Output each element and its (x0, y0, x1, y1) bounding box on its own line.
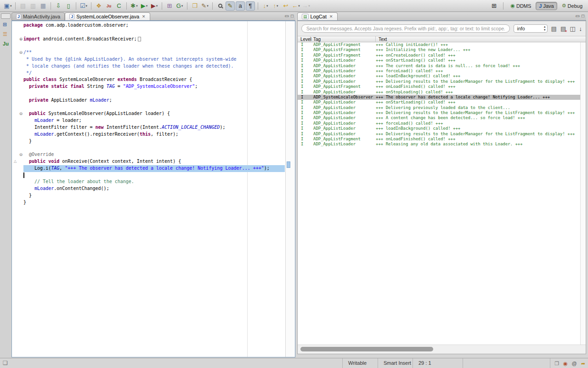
close-tab-icon[interactable]: ✕ (142, 14, 146, 19)
code-line[interactable]: } (12, 192, 295, 199)
code-line[interactable]: mLoader.onContentChanged(); (12, 185, 295, 192)
log-row[interactable]: IADP_AppListFragment+++ Calling initLoad… (298, 42, 580, 47)
back-icon[interactable]: ←▾ (291, 1, 300, 11)
external-tools-dropdown-icon[interactable]: ▾ (156, 4, 158, 8)
code-line[interactable]: private static final String TAG = "ADP_S… (12, 83, 295, 90)
android-sdk-manager-icon[interactable]: ⇩ (54, 1, 63, 11)
maximize-panel-icon[interactable]: □ (291, 13, 294, 18)
fold-toggle-icon[interactable]: ⊖ (18, 151, 23, 158)
code-line[interactable]: ⊖ @Override (12, 151, 295, 158)
forward-dropdown-icon[interactable]: ▾ (308, 4, 310, 8)
fold-toggle-icon[interactable]: ⊕ (18, 36, 23, 43)
fast-view-bar[interactable] (1, 13, 11, 19)
previous-annotation-dropdown-icon[interactable]: ▾ (277, 4, 278, 8)
collapsed-region-icon[interactable] (138, 37, 141, 41)
previous-annotation-icon[interactable]: ↑▾ (271, 1, 280, 11)
new-wizard-dropdown-icon[interactable]: ▾ (10, 4, 12, 8)
code-line[interactable]: ⊖ public SystemLocaleObserver(AppListLoa… (12, 110, 295, 117)
save-log-icon[interactable]: ▤ (551, 25, 557, 32)
logcat-search-input[interactable] (301, 24, 510, 33)
code-line[interactable] (12, 42, 295, 49)
code-line[interactable]: private AppListLoader mLoader; (12, 97, 295, 104)
next-annotation-dropdown-icon[interactable]: ▾ (266, 4, 268, 8)
log-row[interactable]: IADP_AppListLoader+++ onStartLoading() c… (298, 100, 580, 105)
task-user-icon[interactable]: ◉ (563, 361, 568, 367)
code-line[interactable]: * locale changes (and notifies the loade… (12, 63, 295, 70)
log-row[interactable]: IADP_AppListLoader+++ The current data i… (298, 63, 580, 69)
minimize-panel-icon[interactable]: ▭ (285, 13, 289, 18)
junit-icon[interactable]: Ju (104, 1, 113, 11)
mark-occurrences-icon[interactable]: ✎ (226, 1, 235, 11)
perspective-debug[interactable]: ⚙Debug (559, 2, 585, 10)
log-row[interactable]: IADP_AppListLoader+++ onStartLoading() c… (298, 58, 580, 63)
code-line[interactable]: mLoader = loader; (12, 117, 295, 124)
debug-icon[interactable]: ✱▾ (130, 1, 139, 11)
code-editor[interactable]: package com.adp.loadercustom.observer;⊕i… (11, 21, 295, 357)
android-xml-grid-icon[interactable]: ⊞ (165, 1, 174, 11)
fast-view-icon[interactable]: ❐ (554, 361, 559, 367)
code-line[interactable] (12, 104, 295, 111)
scrollbar-thumb[interactable] (300, 347, 433, 351)
code-line[interactable]: public class SystemLocaleObserver extend… (12, 76, 295, 83)
fold-toggle-icon[interactable]: ⊖ (18, 110, 23, 117)
code-line[interactable]: ⊕import android.content.BroadcastReceive… (12, 36, 295, 43)
junit-view-icon[interactable]: Ju (3, 41, 9, 46)
minimize-panel-icon[interactable]: ▭ (576, 13, 580, 18)
back-dropdown-icon[interactable]: ▾ (298, 4, 300, 8)
code-line[interactable]: } (12, 138, 295, 145)
next-annotation-icon[interactable]: ↓▾ (261, 1, 270, 11)
run-dropdown-icon[interactable]: ▾ (146, 4, 148, 8)
log-row[interactable]: IADP_AppListLoader+++ Delivering results… (298, 132, 580, 137)
log-row[interactable]: IADP_AppListFragment+++ Initializing the… (298, 47, 580, 52)
log-level-filter[interactable]: info ▲▼ (514, 24, 548, 33)
code-line[interactable]: ⊖/** (12, 49, 295, 56)
column-tag[interactable]: Tag (311, 36, 376, 42)
opengl-trace-dropdown-icon[interactable]: ▾ (181, 4, 183, 8)
fold-toggle-icon[interactable]: ⊖ (18, 49, 23, 56)
log-row[interactable]: IADP_AppListLoader+++ onStopLoading() ca… (298, 90, 580, 95)
last-edit-location-icon[interactable]: ↩ (281, 1, 290, 11)
new-java-project-icon[interactable]: ❖ (94, 1, 103, 11)
log-row[interactable]: IADP_AppListLoader+++ A content change h… (298, 115, 580, 121)
code-line[interactable] (12, 144, 295, 151)
tab-mainactivity[interactable]: J MainActivity.java (11, 12, 65, 20)
perspective-java[interactable]: JJava (536, 2, 557, 10)
code-line[interactable]: } (12, 199, 295, 206)
scroll-to-latest-icon[interactable]: ↓ (579, 25, 582, 32)
package-explorer-icon[interactable]: ⊞ (3, 22, 9, 28)
code-line[interactable]: * Used by the {@link AppListLoader}. An … (12, 56, 295, 63)
external-tools-icon[interactable]: ▶▾ (150, 1, 159, 11)
close-tab-icon[interactable]: ✕ (329, 14, 333, 19)
code-line[interactable]: */ (12, 70, 295, 77)
code-line[interactable]: package com.adp.loadercustom.observer; (12, 22, 295, 29)
show-source-of-selected-element-icon[interactable]: a (236, 1, 245, 11)
tab-systemlocaleobserver[interactable]: J SystemLocaleObserver.java ✕ (65, 12, 150, 20)
log-row[interactable]: IADP_AppListLoader+++ Delivering results… (298, 79, 580, 84)
log-row[interactable]: IADP_SystemLocaleObserver+++ The observe… (298, 95, 580, 100)
log-row[interactable]: IADP_AppListFragment+++ onLoadFinished()… (298, 84, 580, 89)
column-text[interactable]: Text (376, 36, 586, 42)
maximize-panel-icon[interactable]: □ (582, 13, 584, 18)
log-row[interactable]: IADP_AppListLoader+++ loadInBackground()… (298, 74, 580, 79)
log-row[interactable]: IADP_AppListLoader+++ Delivering results… (298, 110, 580, 115)
show-whitespace-icon[interactable]: ¶ (246, 1, 255, 11)
clear-log-icon[interactable]: ▤✕ (560, 25, 566, 32)
code-line[interactable]: mLoader.getContext().registerReceiver(th… (12, 131, 295, 138)
run-lint-dropdown-icon[interactable]: ▾ (86, 4, 88, 8)
new-wizard-icon[interactable]: ▣▾ (3, 1, 12, 11)
log-row[interactable]: IADP_AppListLoader+++ Delivering previou… (298, 105, 580, 110)
log-row[interactable]: IADP_AppListLoader+++ forceLoad() called… (298, 121, 580, 126)
log-row[interactable]: IADP_AppListFragment+++ onCreateLoader()… (298, 53, 580, 58)
open-perspective-icon[interactable]: ⊞ (489, 1, 498, 11)
tab-logcat[interactable]: ▤ LogCat ✕ (297, 12, 338, 20)
log-row[interactable]: IADP_AppListLoader+++ loadInBackground()… (298, 126, 580, 131)
code-line[interactable] (12, 172, 295, 179)
code-line[interactable] (12, 90, 295, 97)
opengl-trace-icon[interactable]: G▾ (175, 1, 184, 11)
type-hierarchy-icon[interactable]: ☰ (3, 31, 9, 37)
code-line[interactable]: Log.i(TAG, "+++ The observer has detecte… (12, 165, 295, 172)
logcat-horizontal-scrollbar[interactable] (298, 345, 586, 354)
code-line[interactable]: IntentFilter filter = new IntentFilter(I… (12, 124, 295, 131)
search-icon[interactable] (215, 1, 225, 11)
log-row[interactable]: IADP_AppListLoader+++ forceLoad() called… (298, 69, 580, 74)
